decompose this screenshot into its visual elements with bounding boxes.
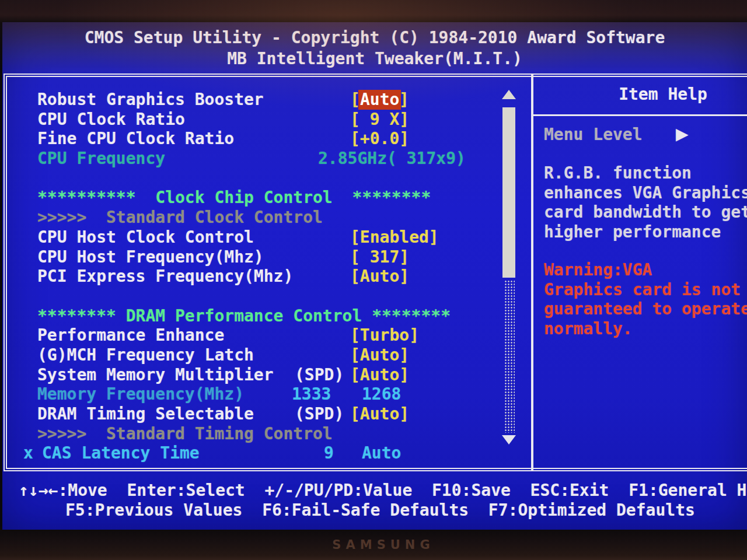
section-title: ******** DRAM Performance Control ******… (37, 306, 451, 326)
menu-level-label: Menu Level (544, 125, 643, 144)
menu-row-option[interactable]: System Memory Multiplier(SPD)[Auto] (5, 365, 530, 385)
item-value[interactable]: [Turbo] (350, 326, 419, 345)
item-value[interactable]: [Auto] (350, 404, 409, 424)
item-value: 1268 (362, 384, 401, 404)
selected-value[interactable]: Auto (358, 90, 401, 110)
bios-title: CMOS Setup Utility - Copyright (C) 1984-… (2, 28, 747, 48)
menu-row-option[interactable]: CPU Host Frequency(Mhz)[ 317] (5, 247, 530, 267)
bios-main-frame: Robust Graphics Booster[Auto]CPU Clock R… (4, 74, 747, 471)
item-value: Auto (362, 443, 401, 463)
bios-subtitle: MB Intelligent Tweaker(M.I.T.) (2, 49, 747, 69)
help-warning-line: guaranteed to operate (544, 299, 747, 319)
menu-section-header: ******** DRAM Performance Control ******… (5, 306, 530, 326)
menu-row-option[interactable]: DRAM Timing Selectable(SPD)[Auto] (5, 404, 530, 424)
item-value: 2.85GHz( 317x9) (318, 149, 466, 169)
item-label: System Memory Multiplier (37, 365, 274, 385)
help-description-line: higher performance (544, 222, 747, 242)
item-value[interactable]: (SPD) (295, 365, 344, 385)
item-label: Performance Enhance (37, 326, 224, 345)
item-value[interactable]: (SPD) (295, 404, 344, 424)
menu-level-row: Menu Level ▶ (544, 125, 747, 145)
item-label: Memory Frequency(Mhz) (37, 384, 244, 404)
menu-row-info: xCAS Latency Time9Auto (5, 443, 530, 463)
item-label: CPU Host Frequency(Mhz) (37, 247, 264, 267)
menu-section-header: ********** Clock Chip Control ******** (5, 188, 530, 208)
item-value[interactable]: [Enabled] (350, 228, 439, 247)
item-label: (G)MCH Frequency Latch (37, 345, 254, 365)
menu-row-info: Memory Frequency(Mhz)13331268 (5, 384, 530, 404)
menu-row-info: CPU Frequency2.85GHz( 317x9) (5, 149, 530, 169)
item-value[interactable]: [ 317] (350, 247, 409, 267)
item-label: CAS Latency Time (42, 443, 200, 463)
menu-row-option[interactable]: PCI Express Frequency(Mhz)[Auto] (5, 267, 530, 286)
help-warning-line: Graphics card is not (544, 280, 747, 300)
menu-row-option[interactable]: CPU Clock Ratio[ 9 X] (5, 110, 530, 130)
monitor-photo: CMOS Setup Utility - Copyright (C) 1984-… (0, 0, 747, 560)
help-warning: Warning:VGAGraphics card is notguarantee… (544, 260, 747, 339)
item-value[interactable]: [Auto] (350, 345, 409, 365)
scrollbar-thumb[interactable] (502, 107, 515, 278)
menu-row-option[interactable]: Robust Graphics Booster[Auto] (5, 90, 530, 110)
submenu-title: >>>>> Standard Clock Control (37, 208, 323, 228)
scrollbar-up-icon[interactable] (502, 90, 516, 99)
item-value[interactable]: ] (399, 90, 409, 110)
item-label: PCI Express Frequency(Mhz) (37, 267, 293, 286)
item-label: Fine CPU Clock Ratio (37, 129, 234, 149)
help-description-line: card bandwidth to get (544, 202, 747, 222)
menu-row-blank (5, 169, 530, 188)
item-label: CPU Clock Ratio (37, 110, 185, 130)
section-title: ********** Clock Chip Control ******** (37, 188, 431, 208)
menu-level-arrow-icon: ▶ (676, 124, 689, 144)
scrollbar-down-icon[interactable] (502, 435, 516, 444)
item-help-panel: Item Help Menu Level ▶ R.G.B. functionen… (531, 75, 747, 470)
item-value[interactable]: [+0.0] (350, 129, 409, 149)
item-label: DRAM Timing Selectable (37, 404, 254, 424)
auto-flag: x (23, 443, 33, 463)
menu-row-blank (5, 286, 530, 306)
key-legend-row1: ↑↓→←:Move Enter:Select +/-/PU/PD:Value F… (19, 481, 747, 501)
item-value[interactable]: [Auto] (350, 365, 409, 385)
bios-screen: CMOS Setup Utility - Copyright (C) 1984-… (2, 22, 747, 530)
item-help-title: Item Help (533, 75, 747, 116)
submenu-title: >>>>> Standard Timing Control (37, 424, 333, 444)
help-description-line: enhances VGA Graphics (544, 183, 747, 203)
help-description-line: R.G.B. function (544, 163, 747, 183)
help-warning-line: Warning:VGA (544, 260, 747, 280)
item-value[interactable]: [Auto] (350, 267, 409, 286)
key-legend-row2: F5:Previous Values F6:Fail-Safe Defaults… (65, 501, 695, 520)
help-description: R.G.B. functionenhances VGA Graphicscard… (544, 163, 747, 242)
menu-rows: Robust Graphics Booster[Auto]CPU Clock R… (5, 90, 530, 463)
item-label: CPU Host Clock Control (37, 228, 254, 247)
item-value: 1333 (292, 384, 331, 404)
menu-submenu-label: >>>>> Standard Clock Control (5, 208, 530, 228)
menu-row-option[interactable]: Performance Enhance[Turbo] (5, 326, 530, 345)
menu-submenu-label: >>>>> Standard Timing Control (5, 424, 530, 444)
item-label: CPU Frequency (37, 149, 165, 169)
menu-row-option[interactable]: (G)MCH Frequency Latch[Auto] (5, 345, 530, 365)
item-value: 9 (324, 443, 334, 463)
help-warning-line: normally. (544, 319, 747, 339)
scrollbar-track[interactable] (504, 280, 515, 433)
menu-row-option[interactable]: CPU Host Clock Control[Enabled] (5, 228, 530, 247)
menu-row-option[interactable]: Fine CPU Clock Ratio[+0.0] (5, 129, 530, 149)
monitor-brand-logo: SAMSUNG (0, 538, 747, 552)
item-label: Robust Graphics Booster (37, 90, 264, 110)
item-value[interactable]: [ 9 X] (350, 110, 409, 130)
